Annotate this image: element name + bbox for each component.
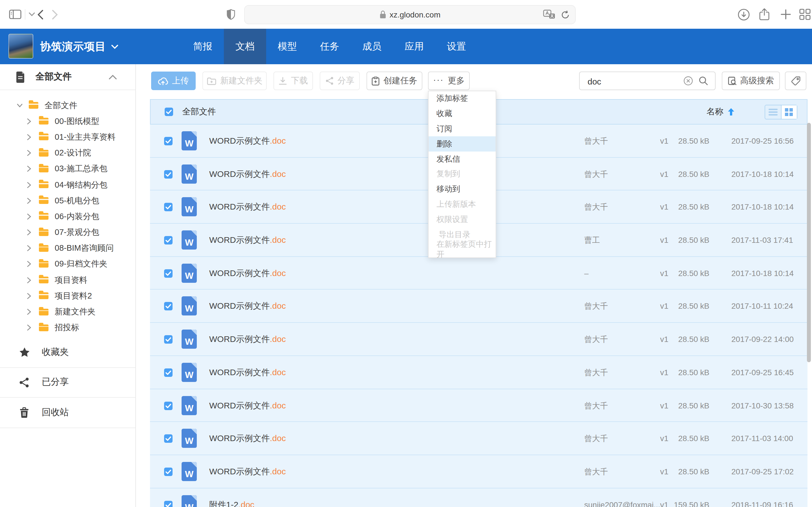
tree-folder-item[interactable]: 02-设计院 — [0, 145, 135, 161]
chevron-right-icon[interactable] — [27, 182, 33, 188]
row-checkbox[interactable] — [164, 501, 172, 507]
file-row[interactable]: W WORD示例文件.doc 曾大千 v1 28.50 kB 2017-10-1… — [150, 290, 808, 323]
file-row[interactable]: W WORD示例文件.doc 曾大千 v1 28.50 kB 2017-09-2… — [150, 323, 808, 356]
chevron-right-icon[interactable] — [27, 214, 33, 220]
more-button[interactable]: ··· 更多 — [428, 71, 470, 90]
tree-folder-item[interactable]: 05-机电分包 — [0, 193, 135, 209]
row-checkbox[interactable] — [164, 335, 172, 344]
chevron-right-icon[interactable] — [27, 277, 33, 283]
menu-item[interactable]: 移动到 — [428, 182, 496, 197]
tree-folder-item[interactable]: 09-归档文件夹 — [0, 256, 135, 272]
back-button-icon[interactable] — [35, 0, 45, 29]
header-tab[interactable]: 任务 — [308, 29, 351, 64]
menu-item[interactable]: 在新标签页中打开 — [428, 242, 496, 258]
header-tab[interactable]: 应用 — [393, 29, 435, 64]
header-tab[interactable]: 简报 — [182, 29, 224, 64]
tree-folder-item[interactable]: 项目资料 — [0, 272, 135, 288]
tab-overview-icon[interactable] — [798, 0, 811, 29]
chevron-right-icon[interactable] — [27, 245, 33, 251]
file-name[interactable]: WORD示例文件.doc — [209, 235, 286, 245]
file-row[interactable]: W 附件1-2.doc sunjie2007@foxmai... v1 159.… — [150, 488, 808, 507]
row-checkbox[interactable] — [164, 137, 172, 145]
address-bar[interactable]: xz.glodon.com — [244, 5, 576, 24]
sidebar-section-trash[interactable]: 回收站 — [0, 398, 135, 428]
forward-button-icon[interactable] — [50, 0, 60, 29]
chevron-right-icon[interactable] — [27, 150, 33, 156]
new-folder-button[interactable]: 新建文件夹 — [202, 71, 267, 90]
menu-item[interactable]: 复制到 — [428, 167, 496, 182]
chevron-right-icon[interactable] — [27, 293, 33, 299]
search-input[interactable] — [587, 72, 676, 91]
header-tab[interactable]: 文档 — [224, 29, 266, 64]
tree-folder-item[interactable]: 03-施工总承包 — [0, 161, 135, 177]
file-name[interactable]: WORD示例文件.doc — [209, 367, 286, 378]
file-row[interactable]: W WORD示例文件.doc 曾大千 v1 28.50 kB 2017-09-2… — [150, 356, 808, 389]
download-button[interactable]: 下载 — [273, 71, 313, 90]
menu-item[interactable]: 删除 — [428, 136, 496, 152]
tree-folder-item[interactable]: 00-图纸模型 — [0, 113, 135, 129]
row-checkbox[interactable] — [164, 170, 172, 178]
tree-folder-item[interactable]: 项目资料2 — [0, 288, 135, 304]
chevron-down-icon[interactable] — [28, 0, 36, 29]
scrollbar-thumb[interactable] — [807, 123, 811, 362]
tree-root-item[interactable]: 全部文件 — [0, 98, 135, 113]
file-row[interactable]: W WORD示例文件.doc 曾大千 v1 28.50 kB 2017-11-0… — [150, 422, 808, 455]
clear-search-icon[interactable] — [683, 76, 693, 86]
sort-by-name[interactable]: 名称 — [707, 107, 734, 117]
sidebar-header[interactable]: 全部文件 — [0, 64, 135, 90]
project-logo[interactable] — [8, 34, 33, 59]
list-view-button[interactable] — [765, 105, 781, 119]
header-tab[interactable]: 成员 — [351, 29, 393, 64]
row-checkbox[interactable] — [164, 269, 172, 278]
row-checkbox[interactable] — [164, 302, 172, 311]
tree-folder-item[interactable]: 04-钢结构分包 — [0, 177, 135, 193]
menu-item[interactable]: 上传新版本 — [428, 197, 496, 212]
search-icon[interactable] — [699, 76, 708, 86]
chevron-right-icon[interactable] — [27, 198, 33, 204]
row-checkbox[interactable] — [164, 369, 172, 377]
chevron-down-icon[interactable] — [17, 103, 22, 107]
file-name[interactable]: WORD示例文件.doc — [209, 268, 286, 279]
translate-icon[interactable] — [543, 10, 555, 19]
menu-item[interactable]: 订阅 — [428, 121, 496, 136]
chevron-right-icon[interactable] — [27, 118, 33, 124]
tree-folder-item[interactable]: 07-景观分包 — [0, 224, 135, 240]
file-name[interactable]: WORD示例文件.doc — [209, 400, 286, 411]
tree-folder-item[interactable]: 06-内装分包 — [0, 209, 135, 224]
header-tab[interactable]: 模型 — [266, 29, 308, 64]
chevron-right-icon[interactable] — [27, 229, 33, 235]
chevron-right-icon[interactable] — [27, 261, 33, 267]
tree-folder-item[interactable]: 新建文件夹 — [0, 304, 135, 320]
file-row[interactable]: W WORD示例文件.doc 曾大千 v1 28.50 kB 2017-10-3… — [150, 389, 808, 422]
file-row[interactable]: W WORD示例文件.doc – v1 28.50 kB 2017-10-18 … — [150, 257, 808, 290]
file-name[interactable]: WORD示例文件.doc — [209, 202, 286, 213]
menu-item[interactable]: 添加标签 — [428, 91, 496, 107]
row-checkbox[interactable] — [164, 434, 172, 443]
tree-folder-item[interactable]: 08-BIM咨询顾问 — [0, 240, 135, 256]
select-all-checkbox[interactable] — [165, 108, 173, 116]
menu-item[interactable]: 权限设置 — [428, 212, 496, 227]
tree-folder-item[interactable]: 01-业主共享资料 — [0, 129, 135, 145]
share-button[interactable]: 分享 — [320, 71, 360, 90]
file-name[interactable]: WORD示例文件.doc — [209, 433, 286, 444]
file-name[interactable]: WORD示例文件.doc — [209, 136, 286, 147]
file-name[interactable]: WORD示例文件.doc — [209, 466, 286, 477]
file-name[interactable]: WORD示例文件.doc — [209, 334, 286, 345]
advanced-search-button[interactable]: 高级搜索 — [722, 71, 780, 90]
file-row[interactable]: W WORD示例文件.doc 曾大千 v1 28.50 kB 2017-09-2… — [150, 455, 808, 488]
header-tab[interactable]: 设置 — [435, 29, 477, 64]
file-name[interactable]: WORD示例文件.doc — [209, 169, 286, 179]
tree-folder-item[interactable]: 招投标 — [0, 320, 135, 335]
new-tab-icon[interactable] — [779, 0, 792, 29]
chevron-right-icon[interactable] — [27, 309, 33, 315]
reload-icon[interactable] — [561, 10, 569, 19]
row-checkbox[interactable] — [164, 467, 172, 476]
chevron-right-icon[interactable] — [27, 325, 33, 331]
grid-view-button[interactable] — [781, 105, 797, 119]
upload-button[interactable]: 上传 — [151, 71, 196, 90]
downloads-icon[interactable] — [737, 0, 751, 29]
sidebar-section-star[interactable]: 收藏夹 — [0, 337, 135, 368]
tag-filter-button[interactable] — [785, 71, 806, 90]
menu-item[interactable]: 发私信 — [428, 152, 496, 167]
file-name[interactable]: 附件1-2.doc — [209, 499, 254, 507]
